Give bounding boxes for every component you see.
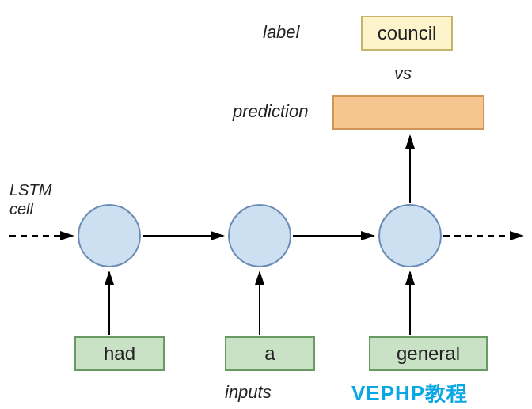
prediction-annotation: prediction [233,101,308,122]
input-1-text: had [104,343,135,365]
lstm-line1: LSTM [10,181,51,199]
input-box-3: general [369,336,488,371]
input-2-text: a [264,343,275,365]
vs-annotation: vs [394,63,412,84]
lstm-line2: cell [10,200,33,218]
label-box: council [361,16,453,51]
prediction-box [332,95,484,130]
label-box-text: council [378,22,437,44]
input-box-2: a [225,336,315,371]
lstm-cell-annotation: LSTM cell [10,180,51,218]
label-annotation: label [263,22,299,43]
watermark: VEPHP教程 [352,380,468,407]
input-box-1: had [74,336,165,371]
inputs-annotation: inputs [225,382,272,403]
lstm-cell-2 [228,204,291,267]
input-3-text: general [397,343,460,365]
lstm-cell-3 [378,204,442,267]
lstm-cell-1 [78,204,141,267]
